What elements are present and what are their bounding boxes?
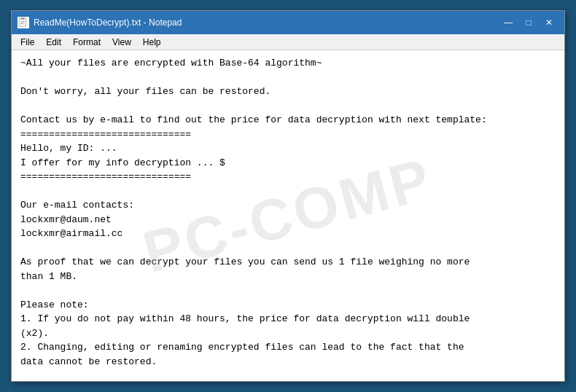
menu-help[interactable]: Help — [137, 36, 167, 49]
title-controls: — □ ✕ — [499, 15, 559, 31]
minimize-button[interactable]: — — [499, 15, 518, 31]
menu-bar: File Edit Format View Help — [12, 34, 564, 50]
text-editor[interactable]: PC-COMP ~All your files are encrypted wi… — [12, 50, 564, 381]
title-bar-left: ReadMe(HowToDecrypt).txt - Notepad — [17, 17, 182, 28]
close-button[interactable]: ✕ — [540, 15, 559, 31]
maximize-button[interactable]: □ — [519, 15, 538, 31]
menu-view[interactable]: View — [106, 36, 137, 49]
notepad-icon — [17, 17, 29, 28]
title-bar: ReadMe(HowToDecrypt).txt - Notepad — □ ✕ — [12, 11, 564, 34]
window-title: ReadMe(HowToDecrypt).txt - Notepad — [34, 17, 182, 28]
document-content: ~All your files are encrypted with Base-… — [20, 56, 556, 381]
menu-file[interactable]: File — [15, 36, 40, 49]
menu-edit[interactable]: Edit — [40, 36, 67, 49]
menu-format[interactable]: Format — [67, 36, 106, 49]
svg-rect-1 — [21, 17, 25, 20]
notepad-window: ReadMe(HowToDecrypt).txt - Notepad — □ ✕… — [11, 10, 565, 382]
